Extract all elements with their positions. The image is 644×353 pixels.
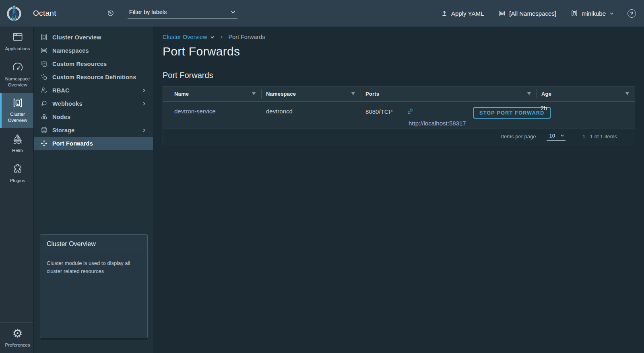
table-header: Name Namespace Ports Age <box>163 86 635 101</box>
sidebar-item-label: Namespaces <box>52 47 89 54</box>
sidebar-item-label: Cluster Overview <box>52 34 101 41</box>
port-forward-url-link[interactable]: http://localhost:58317 <box>409 120 466 127</box>
column-header-ports[interactable]: Ports <box>361 86 537 101</box>
puzzle-icon <box>12 163 24 175</box>
gear-icon: ⚙ <box>12 327 23 339</box>
octant-logo-icon[interactable] <box>5 4 23 22</box>
documents-stack-icon <box>40 60 48 68</box>
page-title: Port Forwards <box>163 45 635 58</box>
rail-item-preferences[interactable]: ⚙ Preferences <box>0 323 33 353</box>
app-header: Octant Filter by labels Apply YAML <box>0 0 644 27</box>
link-chain-icon[interactable] <box>407 108 414 115</box>
chevron-down-icon[interactable] <box>210 35 215 40</box>
context-selector-label: minikube <box>582 10 606 17</box>
namespace-selector[interactable]: [All Namespaces] <box>498 10 556 17</box>
rail-item-label: Preferences <box>5 342 30 348</box>
sidebar-item-label: RBAC <box>52 87 137 94</box>
filter-funnel-icon[interactable] <box>526 91 532 96</box>
rail-item-label: Namespace Overview <box>3 76 32 88</box>
cell-name: devtron-service <box>163 102 261 129</box>
column-label: Name <box>174 91 189 97</box>
cluster-icon <box>571 10 578 17</box>
apply-yaml-button[interactable]: Apply YAML <box>441 10 484 17</box>
rail-item-label: Cluster Overview <box>3 111 32 123</box>
namespaces-icon <box>40 47 48 54</box>
sidebar-item-label: Custom Resource Definitions <box>52 74 136 80</box>
sidebar-item-namespaces[interactable]: Namespaces <box>34 44 153 57</box>
filter-funnel-icon[interactable] <box>351 91 356 96</box>
history-icon[interactable] <box>107 9 115 17</box>
table-row: devtron-service devtroncd 8080/TCP <box>163 101 635 129</box>
rail-item-namespace-overview[interactable]: Namespace Overview <box>0 57 33 93</box>
filter-placeholder: Filter by labels <box>129 9 230 15</box>
rail-item-label: Applications <box>5 46 30 52</box>
chevron-down-icon <box>560 133 565 138</box>
applications-icon <box>12 31 24 43</box>
column-label: Namespace <box>266 91 296 97</box>
upload-icon <box>441 10 448 16</box>
items-per-page-select[interactable]: 10 <box>547 133 566 141</box>
column-header-age[interactable]: Age <box>537 86 635 101</box>
filter-by-labels-input[interactable]: Filter by labels <box>128 8 237 18</box>
cell-namespace: devtroncd <box>261 102 361 129</box>
gauge-icon <box>12 61 24 73</box>
sidebar-item-storage[interactable]: Storage <box>34 123 153 137</box>
chevron-right-icon[interactable] <box>142 101 147 106</box>
items-per-page-value: 10 <box>549 133 555 139</box>
info-card-description: Cluster module is used to display all cl… <box>40 253 140 281</box>
column-label: Age <box>541 91 551 97</box>
port-forwards-table: Name Namespace Ports Age <box>163 86 635 144</box>
context-selector[interactable]: minikube <box>571 10 614 17</box>
sidebar-item-cluster-overview[interactable]: Cluster Overview <box>34 31 153 44</box>
breadcrumb-parent-label: Cluster Overview <box>163 34 207 40</box>
chevron-right-icon[interactable] <box>142 128 147 133</box>
sidebar-item-label: Webhooks <box>52 101 137 107</box>
chevron-right-icon[interactable] <box>142 88 147 93</box>
namespace-value: devtroncd <box>266 108 293 115</box>
rail-item-helm[interactable]: Helm <box>0 128 33 158</box>
port-forward-name-link[interactable]: devtron-service <box>174 108 216 115</box>
main-content: Cluster Overview Port Forwards Port Forw… <box>154 27 644 353</box>
user-check-icon <box>40 86 48 94</box>
sidebar-item-label: Port Forwards <box>52 140 93 147</box>
filter-funnel-icon[interactable] <box>625 91 630 96</box>
chevron-down-icon[interactable] <box>230 9 236 15</box>
sidebar-item-label: Custom Resources <box>52 61 107 67</box>
sidebar-nav: Cluster Overview Namespaces <box>34 27 153 150</box>
age-value: 2h <box>541 105 547 111</box>
chevron-down-icon <box>609 11 614 16</box>
sidebar-item-webhooks[interactable]: Webhooks <box>34 97 153 110</box>
table-footer: Items per page 10 1 - 1 of 1 items <box>163 129 635 144</box>
webhook-icon <box>40 100 48 107</box>
stop-port-forward-button[interactable]: STOP PORT FORWARD <box>473 107 551 119</box>
rail-item-applications[interactable]: Applications <box>0 27 33 57</box>
port-forward-arrows-icon <box>40 140 48 147</box>
app-title: Octant <box>33 9 56 18</box>
module-sidebar: Cluster Overview Namespaces <box>34 27 153 353</box>
breadcrumb: Cluster Overview Port Forwards <box>163 34 635 40</box>
sidebar-item-custom-resource-definitions[interactable]: Custom Resource Definitions <box>34 70 153 84</box>
info-card-title: Cluster Overview <box>40 235 147 253</box>
cluster-overview-icon <box>12 97 23 109</box>
column-header-name[interactable]: Name <box>163 86 261 101</box>
sidebar-item-label: Nodes <box>52 114 70 120</box>
namespace-selector-label: [All Namespaces] <box>509 10 556 17</box>
column-header-namespace[interactable]: Namespace <box>261 86 361 101</box>
pagination-range: 1 - 1 of 1 items <box>582 133 617 140</box>
sailboat-icon <box>12 133 24 145</box>
sidebar-item-nodes[interactable]: Nodes <box>34 110 153 123</box>
sidebar-item-rbac[interactable]: RBAC <box>34 84 153 97</box>
database-icon <box>40 126 48 134</box>
rail-item-plugins[interactable]: Plugins <box>0 158 33 189</box>
namespaces-icon <box>498 10 506 17</box>
filter-funnel-icon[interactable] <box>251 91 256 96</box>
sidebar-item-custom-resources[interactable]: Custom Resources <box>34 57 153 70</box>
rail-item-label: Helm <box>12 148 23 154</box>
breadcrumb-parent-link[interactable]: Cluster Overview <box>163 34 215 40</box>
help-icon[interactable]: ? <box>627 9 636 18</box>
rail-item-cluster-overview[interactable]: Cluster Overview <box>0 93 33 128</box>
port-value: 8080/TCP <box>365 108 393 115</box>
apply-yaml-label: Apply YAML <box>451 10 484 17</box>
breadcrumb-current: Port Forwards <box>228 34 265 40</box>
sidebar-item-port-forwards[interactable]: Port Forwards <box>34 137 153 150</box>
